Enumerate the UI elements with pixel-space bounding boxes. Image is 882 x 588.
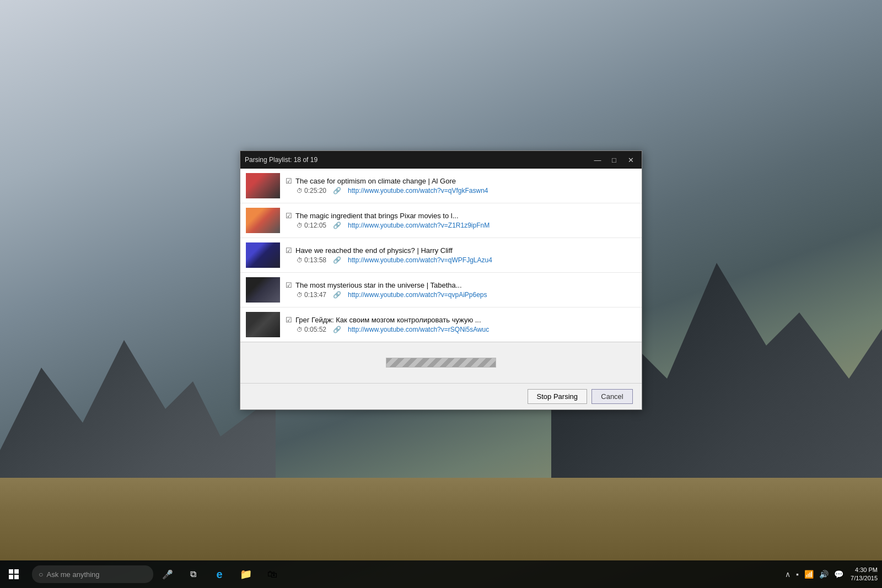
dialog-overlay: Parsing Playlist: 18 of 19 — □ ✕ bbox=[0, 0, 882, 560]
playlist-item: ☑ Грег Гейдж: Как своим мозгом контролир… bbox=[240, 308, 642, 342]
playlist-info-3: ☑ Have we reached the end of physics? | … bbox=[286, 246, 636, 264]
url-4[interactable]: http://www.youtube.com/watch?v=qvpAiPp6e… bbox=[348, 291, 487, 299]
wifi-icon[interactable]: 📶 bbox=[804, 570, 814, 579]
progress-area bbox=[240, 342, 642, 383]
clock-time: 4:30 PM bbox=[851, 566, 878, 574]
playlist-info-4: ☑ The most mysterious star in the univer… bbox=[286, 281, 636, 299]
title-row-1: ☑ The case for optimism on climate chang… bbox=[286, 177, 636, 185]
file-explorer-button[interactable]: 📁 bbox=[234, 562, 258, 586]
chevron-up-icon[interactable]: ∧ bbox=[785, 570, 790, 579]
dialog-controls: — □ ✕ bbox=[591, 153, 637, 166]
notification-icon[interactable]: 💬 bbox=[834, 570, 843, 579]
checkbox-3[interactable]: ☑ bbox=[286, 246, 292, 255]
duration-5: ⏱ 0:05:52 bbox=[297, 326, 326, 333]
taskbar-clock[interactable]: 4:30 PM 7/13/2015 bbox=[851, 566, 878, 583]
maximize-button[interactable]: □ bbox=[607, 153, 621, 166]
title-row-5: ☑ Грег Гейдж: Как своим мозгом контролир… bbox=[286, 316, 636, 324]
meta-2: ⏱ 0:12:05 🔗 http://www.youtube.com/watch… bbox=[286, 222, 636, 229]
link-icon-3: 🔗 bbox=[333, 256, 341, 264]
close-icon: ✕ bbox=[628, 156, 634, 164]
meta-3: ⏱ 0:13:58 🔗 http://www.youtube.com/watch… bbox=[286, 256, 636, 264]
maximize-icon: □ bbox=[612, 156, 616, 164]
cancel-button[interactable]: Cancel bbox=[591, 389, 633, 404]
duration-3: ⏱ 0:13:58 bbox=[297, 256, 326, 264]
clock-icon-1: ⏱ bbox=[297, 187, 303, 194]
clock-date: 7/13/2015 bbox=[851, 574, 878, 582]
close-button[interactable]: ✕ bbox=[624, 153, 637, 166]
stop-parsing-button[interactable]: Stop Parsing bbox=[528, 389, 587, 404]
progress-bar-stripes bbox=[386, 358, 496, 367]
file-explorer-icon: 📁 bbox=[240, 568, 252, 580]
item-title-2: The magic ingredient that brings Pixar m… bbox=[295, 212, 459, 220]
parsing-dialog: Parsing Playlist: 18 of 19 — □ ✕ bbox=[240, 150, 642, 410]
item-title-1: The case for optimism on climate change … bbox=[295, 177, 456, 185]
system-tray: ∧ ▪ 📶 🔊 💬 bbox=[782, 570, 846, 579]
thumbnail-4 bbox=[246, 277, 280, 303]
task-view-icon: ⧉ bbox=[190, 569, 196, 579]
playlist-info-2: ☑ The magic ingredient that brings Pixar… bbox=[286, 212, 636, 229]
thumbnail-5 bbox=[246, 312, 280, 337]
taskbar-apps: ⧉ e 📁 🛍 bbox=[180, 562, 286, 586]
link-icon-1: 🔗 bbox=[333, 187, 341, 195]
meta-4: ⏱ 0:13:47 🔗 http://www.youtube.com/watch… bbox=[286, 291, 636, 299]
title-row-3: ☑ Have we reached the end of physics? | … bbox=[286, 246, 636, 255]
playlist-item: ☑ Have we reached the end of physics? | … bbox=[240, 238, 642, 273]
playlist-item: ☑ The case for optimism on climate chang… bbox=[240, 169, 642, 203]
store-button[interactable]: 🛍 bbox=[260, 562, 284, 586]
playlist-info-1: ☑ The case for optimism on climate chang… bbox=[286, 177, 636, 195]
item-title-4: The most mysterious star in the universe… bbox=[295, 281, 462, 289]
thumbnail-1 bbox=[246, 173, 280, 198]
checkbox-4[interactable]: ☑ bbox=[286, 281, 292, 289]
taskbar-search[interactable]: ○ Ask me anything bbox=[32, 565, 153, 583]
duration-4: ⏱ 0:13:47 bbox=[297, 291, 326, 299]
clock-icon-2: ⏱ bbox=[297, 222, 303, 229]
checkbox-1[interactable]: ☑ bbox=[286, 177, 292, 185]
edge-button[interactable]: e bbox=[207, 562, 232, 586]
link-icon-4: 🔗 bbox=[333, 291, 341, 299]
title-row-2: ☑ The magic ingredient that brings Pixar… bbox=[286, 212, 636, 220]
clock-icon-3: ⏱ bbox=[297, 257, 303, 263]
url-5[interactable]: http://www.youtube.com/watch?v=rSQNi5sAw… bbox=[348, 326, 489, 333]
dialog-titlebar: Parsing Playlist: 18 of 19 — □ ✕ bbox=[240, 151, 642, 169]
store-icon: 🛍 bbox=[267, 569, 277, 580]
desktop: Parsing Playlist: 18 of 19 — □ ✕ bbox=[0, 0, 882, 588]
volume-icon[interactable]: 🔊 bbox=[819, 570, 829, 579]
url-3[interactable]: http://www.youtube.com/watch?v=qWPFJgLAz… bbox=[348, 256, 492, 264]
checkbox-5[interactable]: ☑ bbox=[286, 316, 292, 324]
progress-bar-container bbox=[386, 358, 496, 368]
taskbar: ○ Ask me anything 🎤 ⧉ e 📁 🛍 ∧ ▪ bbox=[0, 560, 882, 588]
url-2[interactable]: http://www.youtube.com/watch?v=Z1R1z9ipF… bbox=[348, 222, 490, 229]
thumbnail-3 bbox=[246, 242, 280, 268]
playlist-area[interactable]: ☑ The case for optimism on climate chang… bbox=[240, 169, 642, 342]
minimize-icon: — bbox=[594, 156, 601, 164]
network-icon[interactable]: ▪ bbox=[796, 570, 799, 579]
edge-icon: e bbox=[216, 568, 222, 581]
link-icon-2: 🔗 bbox=[333, 222, 341, 229]
item-title-5: Грег Гейдж: Как своим мозгом контролиров… bbox=[295, 316, 481, 324]
taskbar-right: ∧ ▪ 📶 🔊 💬 4:30 PM 7/13/2015 bbox=[782, 566, 882, 583]
playlist-item: ☑ The magic ingredient that brings Pixar… bbox=[240, 203, 642, 238]
title-row-4: ☑ The most mysterious star in the univer… bbox=[286, 281, 636, 289]
item-title-3: Have we reached the end of physics? | Ha… bbox=[295, 246, 453, 255]
microphone-icon[interactable]: 🎤 bbox=[162, 569, 173, 580]
checkbox-2[interactable]: ☑ bbox=[286, 212, 292, 220]
meta-5: ⏱ 0:05:52 🔗 http://www.youtube.com/watch… bbox=[286, 326, 636, 333]
meta-1: ⏱ 0:25:20 🔗 http://www.youtube.com/watch… bbox=[286, 187, 636, 195]
url-1[interactable]: http://www.youtube.com/watch?v=qVfgkFasw… bbox=[348, 187, 488, 195]
thumbnail-2 bbox=[246, 208, 280, 233]
dialog-footer: Stop Parsing Cancel bbox=[240, 383, 642, 409]
start-button[interactable] bbox=[0, 560, 28, 588]
clock-icon-4: ⏱ bbox=[297, 292, 303, 298]
duration-2: ⏱ 0:12:05 bbox=[297, 222, 326, 229]
link-icon-5: 🔗 bbox=[333, 326, 341, 333]
playlist-item: ☑ The most mysterious star in the univer… bbox=[240, 273, 642, 308]
dialog-title: Parsing Playlist: 18 of 19 bbox=[245, 156, 318, 164]
minimize-button[interactable]: — bbox=[591, 153, 604, 166]
clock-icon-5: ⏱ bbox=[297, 326, 303, 333]
windows-logo-icon bbox=[9, 569, 19, 579]
search-placeholder-text: Ask me anything bbox=[46, 570, 99, 579]
duration-1: ⏱ 0:25:20 bbox=[297, 187, 326, 195]
search-icon: ○ bbox=[39, 570, 43, 579]
task-view-button[interactable]: ⧉ bbox=[181, 562, 205, 586]
playlist-info-5: ☑ Грег Гейдж: Как своим мозгом контролир… bbox=[286, 316, 636, 333]
